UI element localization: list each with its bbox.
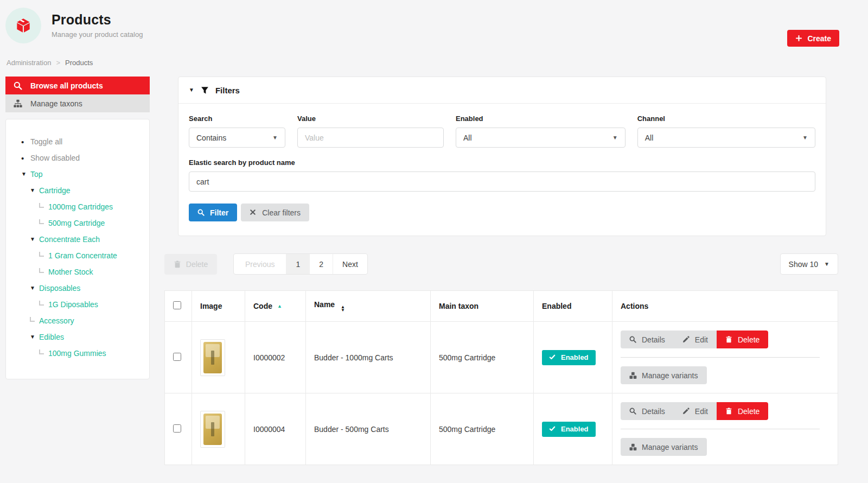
caret-down-icon: ▼ <box>30 188 35 193</box>
taxon-item-1-gram-concentrate[interactable]: 1 Gram Concentrate <box>6 247 149 264</box>
filter-button[interactable]: Filter <box>189 204 237 221</box>
actions-divider <box>621 357 820 358</box>
column-header-name[interactable]: Name ▲▼ <box>306 291 431 322</box>
main-content: ▼ Filters Search Contains ▼ V <box>164 77 838 465</box>
row-checkbox[interactable] <box>173 353 181 361</box>
filters-panel: ▼ Filters Search Contains ▼ V <box>178 77 826 236</box>
product-thumbnail <box>200 339 225 376</box>
taxon-toggle-all[interactable]: • Toggle all <box>6 134 149 150</box>
search-icon <box>629 408 636 415</box>
pagination-page-2[interactable]: 2 <box>309 254 333 274</box>
taxon-item-edibles[interactable]: ▼ Edibles <box>6 329 149 345</box>
create-button[interactable]: Create <box>787 30 839 47</box>
edit-button[interactable]: Edit <box>674 331 717 348</box>
taxon-item-1g-diposables[interactable]: 1G Diposables <box>6 296 149 313</box>
search-filter-label: Search <box>189 115 285 123</box>
taxon-item-concentrate-each[interactable]: ▼ Concentrate Each <box>6 231 149 247</box>
details-button[interactable]: Details <box>621 331 674 348</box>
trash-icon <box>725 408 732 415</box>
search-type-select[interactable]: Contains ▼ <box>189 128 285 148</box>
caret-down-icon: ▼ <box>30 237 35 242</box>
leaf-icon <box>39 268 44 273</box>
taxon-item-100mg-gummies[interactable]: 100mg Gummies <box>6 345 149 361</box>
sidebar-item-browse-all-products[interactable]: Browse all products <box>5 77 150 94</box>
leaf-icon <box>39 349 44 354</box>
breadcrumb-products[interactable]: Products <box>65 59 93 67</box>
delete-button[interactable]: Delete <box>717 331 768 348</box>
page-title: Products <box>52 12 143 28</box>
actions-divider <box>621 429 820 429</box>
list-toolbar: Delete Previous 1 2 Next Show 10 ▼ <box>164 253 838 275</box>
edit-button[interactable]: Edit <box>674 402 717 420</box>
status-badge: Enabled <box>542 422 596 437</box>
taxon-item-1000mg-cartridges[interactable]: 1000mg Cartridges <box>6 199 149 215</box>
delete-button[interactable]: Delete <box>717 402 768 420</box>
search-icon <box>629 336 636 343</box>
elastic-search-input[interactable] <box>189 171 815 192</box>
sitemap-icon <box>14 99 22 108</box>
column-header-main-taxon: Main taxon <box>431 291 534 322</box>
leaf-icon <box>39 301 44 306</box>
row-actions-group: Details Edit <box>621 402 768 420</box>
sort-both-icon: ▲▼ <box>341 306 345 312</box>
clear-filters-button[interactable]: Clear filters <box>241 204 309 221</box>
product-main-taxon: 500mg Cartridge <box>431 393 534 465</box>
enabled-filter-label: Enabled <box>456 115 626 123</box>
page-subtitle: Manage your product catalog <box>52 30 143 39</box>
product-name: Budder - 1000mg Carts <box>306 322 431 393</box>
product-name: Budder - 500mg Carts <box>306 393 431 465</box>
show-per-page-dropdown[interactable]: Show 10 ▼ <box>780 253 838 275</box>
taxon-item-cartridge[interactable]: ▼ Cartridge <box>6 182 149 199</box>
taxon-item-500mg-cartridge[interactable]: 500mg Cartridge <box>6 215 149 231</box>
taxon-item-accessory[interactable]: Accessory <box>6 313 149 329</box>
taxon-item-mother-stock[interactable]: Mother Stock <box>6 264 149 280</box>
trash-icon <box>725 336 732 343</box>
caret-down-icon: ▼ <box>21 171 27 177</box>
sidebar: Browse all products Manage taxons • Togg… <box>5 77 150 379</box>
filters-body: Search Contains ▼ Value Enabled All <box>178 104 826 236</box>
row-checkbox[interactable] <box>173 424 181 433</box>
channel-filter-label: Channel <box>637 115 815 123</box>
column-header-actions: Actions <box>612 291 838 322</box>
pagination-next[interactable]: Next <box>333 254 367 274</box>
table-row: I0000002 Budder - 1000mg Carts 500mg Car… <box>165 322 838 393</box>
channel-select[interactable]: All ▼ <box>637 128 815 148</box>
column-header-code[interactable]: Code▲ <box>245 291 306 322</box>
check-icon <box>549 425 556 433</box>
pagination-previous[interactable]: Previous <box>234 254 286 274</box>
taxon-tree: • Toggle all • Show disabled ▼ Top ▼ Car… <box>5 119 150 379</box>
elastic-search-label: Elastic search by product name <box>189 158 815 167</box>
product-code: I0000002 <box>245 322 306 393</box>
sidebar-item-manage-taxons[interactable]: Manage taxons <box>5 94 150 112</box>
pagination-page-1[interactable]: 1 <box>286 254 309 274</box>
caret-down-icon: ▼ <box>802 135 808 141</box>
taxon-show-disabled[interactable]: • Show disabled <box>6 150 149 166</box>
filters-accordion-header[interactable]: ▼ Filters <box>178 77 826 104</box>
column-header-image: Image <box>192 291 245 322</box>
product-thumbnail <box>200 411 225 448</box>
bulk-delete-button[interactable]: Delete <box>164 254 217 275</box>
breadcrumb-administration[interactable]: Administration <box>7 59 51 67</box>
details-button[interactable]: Details <box>621 402 674 420</box>
caret-down-icon: ▼ <box>824 262 829 267</box>
bullet-icon: • <box>21 138 24 146</box>
taxon-item-disposables[interactable]: ▼ Disposables <box>6 280 149 296</box>
taxon-item-top[interactable]: ▼ Top <box>6 166 149 182</box>
sidebar-item-label: Manage taxons <box>30 99 82 108</box>
enabled-select[interactable]: All ▼ <box>456 128 626 148</box>
manage-variants-button[interactable]: Manage variants <box>621 366 707 384</box>
create-button-label: Create <box>807 34 831 43</box>
leaf-icon <box>30 317 35 322</box>
value-filter-label: Value <box>297 115 444 123</box>
caret-down-icon: ▼ <box>189 87 194 93</box>
products-cube-icon <box>5 8 41 43</box>
bullet-icon: • <box>21 154 24 162</box>
caret-down-icon: ▼ <box>272 135 278 141</box>
value-input[interactable] <box>297 128 444 148</box>
pencil-icon <box>682 408 690 415</box>
breadcrumb-separator: > <box>56 59 60 67</box>
manage-variants-button[interactable]: Manage variants <box>621 438 707 456</box>
select-all-checkbox[interactable] <box>173 301 181 309</box>
row-actions-group: Details Edit <box>621 331 768 348</box>
status-badge: Enabled <box>542 350 596 365</box>
